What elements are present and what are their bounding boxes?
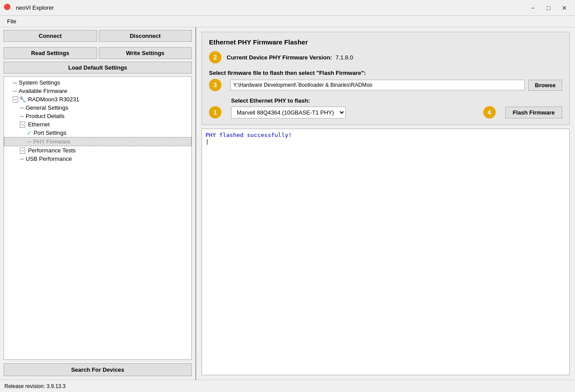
status-text: Release revision: 3.9.13.3 <box>4 383 66 389</box>
write-settings-button[interactable]: Write Settings <box>99 47 192 59</box>
tree-expand-icon: − <box>13 96 18 103</box>
tree-prefix: ─ <box>27 138 31 145</box>
log-area: PHY flashed successfully! | <box>202 129 570 375</box>
tree-label: RADMoon3 R30231 <box>28 96 79 103</box>
menu-bar: File <box>0 16 575 27</box>
tree-item-available-firmware[interactable]: ─ Available Firmware <box>4 87 191 95</box>
app-icon: 🔴 <box>4 4 12 12</box>
phy-flash-row: 1 Select Ethernet PHY to flash: Marvell … <box>209 97 562 118</box>
tree-check-icon: ✓ <box>27 129 32 136</box>
flasher-box: Ethernet PHY Firmware Flasher 2 Current … <box>202 32 570 125</box>
maximize-button[interactable]: □ <box>541 3 556 13</box>
main-container: Connect Disconnect Read Settings Write S… <box>0 27 575 380</box>
tree-item-ethernet[interactable]: − Ethernet <box>4 120 191 129</box>
fw-version-value: 7.1.8.0 <box>336 54 353 61</box>
connect-button[interactable]: Connect <box>4 30 97 42</box>
fw-file-label: Select firmware file to flash then selec… <box>209 70 562 76</box>
tree-label: Available Firmware <box>19 88 67 94</box>
status-bar: Release revision: 3.9.13.3 <box>0 380 575 392</box>
search-devices-button[interactable]: Search For Devices <box>4 363 192 376</box>
tree-label: Product Details <box>26 113 64 119</box>
step-badge-1: 1 <box>209 106 221 118</box>
browse-button[interactable]: Browse <box>528 80 562 91</box>
title-bar-title: neoVI Explorer <box>16 4 526 11</box>
tree-label: PHY Firmware <box>33 138 70 145</box>
tree-prefix: ─ <box>13 88 17 94</box>
tree-item-port-settings[interactable]: ✓ Port Settings <box>4 129 191 137</box>
tree-expand-icon: − <box>20 122 25 128</box>
tree-expand-icon: − <box>20 148 25 154</box>
phy-select-dropdown[interactable]: Marvell 88Q4364 (10GBASE-T1 PHY) <box>231 107 346 118</box>
menu-item-file[interactable]: File <box>4 17 20 26</box>
fw-version-label: Current Device PHY Firmware Version: <box>227 54 332 61</box>
tree-prefix: ─ <box>13 79 17 86</box>
load-default-row: Load Default Settings <box>0 62 195 76</box>
tree-label: Performance Tests <box>28 147 75 154</box>
disconnect-button[interactable]: Disconnect <box>99 30 192 42</box>
search-devices-row: Search For Devices <box>0 360 195 380</box>
tree-label: Port Settings <box>34 129 66 136</box>
phy-select-label: Select Ethernet PHY to flash: <box>231 97 479 104</box>
tree-item-system-settings[interactable]: ─ System Settings <box>4 78 191 87</box>
tree-label: Ethernet <box>28 121 49 128</box>
tree-container: ─ System Settings ─ Available Firmware −… <box>4 76 192 360</box>
load-default-button[interactable]: Load Default Settings <box>4 62 192 74</box>
phy-section: Select Ethernet PHY to flash: Marvell 88… <box>231 97 479 118</box>
title-bar: 🔴 neoVI Explorer − □ ✕ <box>0 0 575 16</box>
right-panel: Ethernet PHY Firmware Flasher 2 Current … <box>196 27 575 380</box>
toolbar-row-1: Connect Disconnect <box>0 27 195 44</box>
tree-item-phy-firmware[interactable]: ─ PHY Firmware <box>4 137 191 146</box>
tree-item-product-details[interactable]: ─ Product Details <box>4 112 191 120</box>
tree-label: System Settings <box>19 79 60 86</box>
close-button[interactable]: ✕ <box>557 3 571 13</box>
log-line-1: PHY flashed successfully! <box>205 132 566 138</box>
step-badge-2: 2 <box>209 51 221 63</box>
tree-prefix: ─ <box>20 113 24 119</box>
flasher-title: Ethernet PHY Firmware Flasher <box>209 38 562 46</box>
fw-version-row: 2 Current Device PHY Firmware Version: 7… <box>209 51 562 63</box>
step-badge-3: 3 <box>209 79 221 91</box>
tree-item-usb-performance[interactable]: ─ USB Performance <box>4 155 191 163</box>
minimize-button[interactable]: − <box>526 3 540 13</box>
read-settings-button[interactable]: Read Settings <box>4 47 97 59</box>
tree-label: USB Performance <box>26 155 72 162</box>
fw-file-row-inner: Browse <box>230 80 562 91</box>
firmware-file-input[interactable] <box>230 80 525 90</box>
tree-label: General Settings <box>26 104 68 111</box>
tree-item-general-settings[interactable]: ─ General Settings <box>4 104 191 112</box>
tree-device-icon: 🔧 <box>19 96 26 103</box>
log-cursor: | <box>205 138 566 145</box>
tree-item-performance-tests[interactable]: − Performance Tests <box>4 146 191 155</box>
fw-file-row: 3 Browse <box>209 79 562 91</box>
tree-prefix: ─ <box>20 155 24 162</box>
title-bar-controls: − □ ✕ <box>526 3 571 13</box>
step-badge-4: 4 <box>483 106 496 118</box>
flash-firmware-button[interactable]: Flash Firmware <box>505 107 562 118</box>
tree-item-radmoon3[interactable]: − 🔧 RADMoon3 R30231 <box>4 95 191 104</box>
toolbar-row-2: Read Settings Write Settings <box>0 44 195 62</box>
left-panel: Connect Disconnect Read Settings Write S… <box>0 27 196 380</box>
fw-file-section: Select firmware file to flash then selec… <box>209 70 562 91</box>
tree-prefix: ─ <box>20 104 24 111</box>
